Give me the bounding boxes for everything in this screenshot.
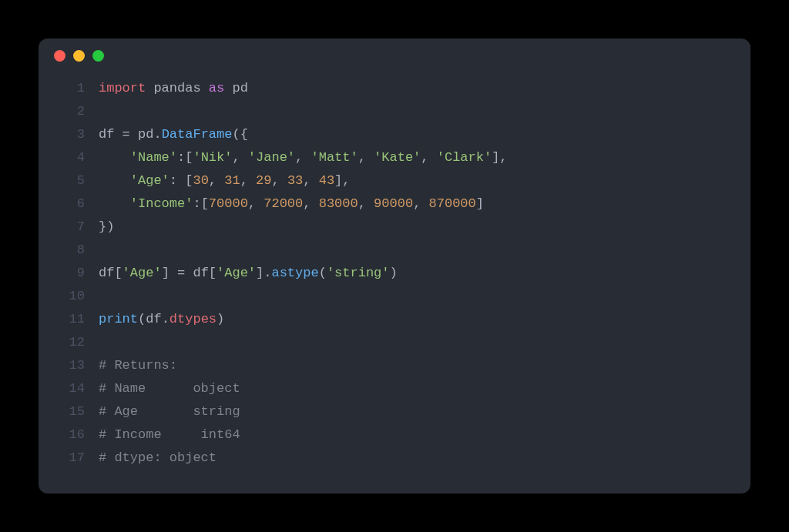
minimize-icon[interactable] (73, 50, 85, 62)
token-punct: }) (99, 219, 114, 234)
line-number: 6 (39, 192, 85, 216)
token-num: 83000 (319, 196, 358, 211)
token-mod: pd (232, 81, 247, 95)
token-num: 33 (287, 173, 303, 188)
token-punct: . (153, 127, 161, 142)
token-var: df (146, 312, 161, 326)
token-punct: ], (334, 173, 350, 188)
code-line: # Income int64 (99, 423, 750, 447)
token-str: 'Nik' (193, 150, 232, 165)
code-line: df['Age'] = df['Age'].astype('string') (99, 262, 750, 285)
line-number: 10 (39, 285, 85, 308)
token-punct: [ (209, 266, 217, 280)
token-str: 'Income' (130, 196, 193, 211)
code-line: # dtype: object (99, 447, 750, 470)
line-number: 3 (39, 123, 85, 146)
token-str: 'Clark' (437, 150, 492, 165)
token-punct: [ (114, 266, 122, 280)
maximize-icon[interactable] (92, 50, 104, 62)
token-num: 870000 (429, 196, 476, 211)
token-var: df (99, 266, 114, 280)
code-line: }) (99, 216, 750, 239)
code-line: 'Name':['Nik', 'Jane', 'Matt', 'Kate', '… (99, 146, 750, 169)
code-line: # Name object (99, 377, 750, 400)
token-comment: # Name object (99, 381, 240, 396)
code-line (99, 285, 750, 308)
token-punct: ({ (232, 127, 247, 142)
token-op: = (177, 266, 185, 280)
token-punct: ]. (256, 266, 271, 280)
token-punct: . (162, 312, 170, 326)
line-number: 7 (39, 216, 85, 239)
code-line: df = pd.DataFrame({ (99, 123, 750, 146)
token-str: 'Kate' (374, 150, 421, 165)
token-kw-as: as (209, 81, 224, 95)
token-num: 70000 (209, 196, 248, 211)
token-mod: pandas (153, 81, 200, 95)
token-punct: , (303, 173, 318, 188)
token-punct: ], (492, 150, 507, 165)
token-str: 'Age' (130, 173, 170, 188)
token-punct: ( (319, 266, 327, 280)
code-line: # Returns: (99, 354, 750, 377)
token-punct: , (209, 173, 224, 188)
token-str: 'Age' (217, 266, 256, 280)
code-line: # Age string (99, 400, 750, 423)
line-number: 15 (39, 400, 85, 423)
code-line: print(df.dtypes) (99, 308, 750, 331)
token-num: 31 (224, 173, 240, 188)
token-comment: # Age string (99, 404, 240, 419)
code-line (99, 100, 750, 123)
line-number: 5 (39, 169, 85, 192)
token-punct: ) (390, 266, 398, 280)
line-number: 13 (39, 354, 85, 377)
line-number: 2 (39, 100, 85, 123)
code-content: import pandas as pd df = pd.DataFrame({ … (99, 77, 750, 470)
token-punct: , (240, 173, 256, 188)
token-punct: ] (476, 196, 484, 211)
token-attr: dtypes (170, 312, 217, 326)
token-str: 'Name' (130, 150, 177, 165)
line-number: 9 (39, 262, 85, 285)
token-op: = (123, 127, 130, 142)
token-punct: , (232, 150, 247, 165)
token-punct: ( (138, 312, 146, 326)
token-num: 29 (256, 173, 271, 188)
token-str: 'string' (327, 266, 390, 280)
token-punct: : [ (170, 173, 193, 188)
code-line: 'Income':[70000, 72000, 83000, 90000, 87… (99, 192, 750, 216)
close-icon[interactable] (54, 50, 65, 62)
line-number: 1 (39, 77, 85, 100)
token-var: df (193, 266, 208, 280)
token-punct: , (358, 196, 374, 211)
token-punct: , (421, 150, 436, 165)
token-punct: ] (162, 266, 177, 280)
token-num: 30 (193, 173, 208, 188)
token-num: 43 (319, 173, 334, 188)
token-func: astype (271, 266, 318, 280)
token-punct: :[ (193, 196, 208, 211)
token-comment: # dtype: object (99, 450, 217, 465)
code-window: 1234567891011121314151617 import pandas … (39, 38, 750, 494)
token-kw-import: import (99, 81, 146, 95)
token-str: 'Matt' (311, 150, 358, 165)
token-punct: , (413, 196, 428, 211)
token-func: DataFrame (162, 127, 233, 142)
token-comment: # Returns: (99, 358, 177, 373)
line-number: 8 (39, 239, 85, 262)
code-line: import pandas as pd (99, 77, 750, 100)
token-var: df (99, 127, 123, 142)
code-area: 1234567891011121314151617 import pandas … (39, 72, 750, 485)
token-str: 'Age' (123, 266, 162, 280)
line-number: 17 (39, 447, 85, 470)
code-line: 'Age': [30, 31, 29, 33, 43], (99, 169, 750, 192)
line-number: 16 (39, 423, 85, 447)
line-number: 12 (39, 331, 85, 354)
token-punct: , (295, 150, 311, 165)
token-var: pd (138, 127, 153, 142)
titlebar (39, 38, 750, 72)
token-punct: :[ (177, 150, 193, 165)
code-line (99, 239, 750, 262)
token-builtin: print (99, 312, 138, 326)
line-number: 4 (39, 146, 85, 169)
